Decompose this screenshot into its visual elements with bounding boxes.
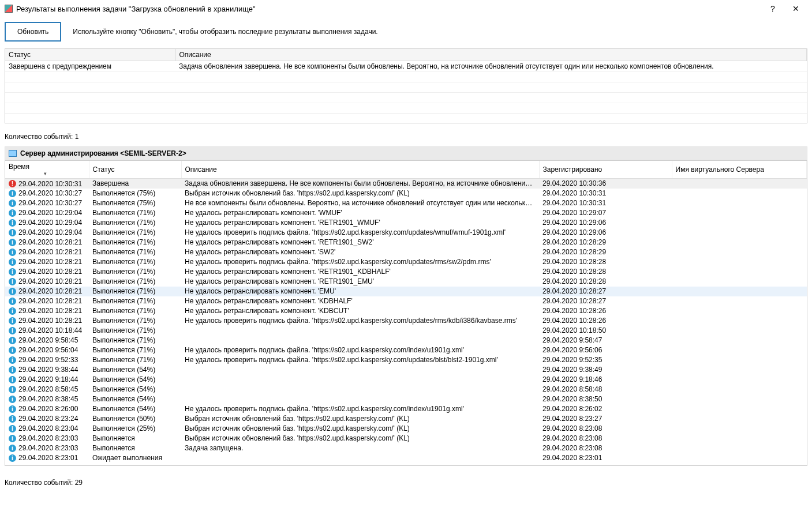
info-icon: i — [9, 386, 16, 393]
event-row[interactable]: i29.04.2020 9:56:04 Выполняется (71%) Не… — [5, 345, 807, 355]
window-title: Результаты выполнения задачи "Загрузка о… — [16, 5, 761, 13]
cell-desc: Не удалось ретранслировать компонент. 'E… — [181, 287, 539, 296]
cell-vs — [672, 434, 807, 443]
col-desc[interactable]: Описание — [181, 161, 539, 179]
cell-status: Выполняется (54%) — [89, 385, 181, 394]
cell-status: Выполняется (71%) — [89, 218, 181, 228]
event-row[interactable]: i29.04.2020 8:23:03 Выполняется Задача з… — [5, 443, 807, 453]
cell-vs — [672, 296, 807, 306]
col-status[interactable]: Статус — [5, 49, 175, 61]
cell-desc: Не удалось ретранслировать компонент. 'R… — [181, 218, 539, 228]
cell-reg: 29.04.2020 10:28:26 — [539, 306, 672, 316]
event-row[interactable]: i29.04.2020 10:29:04 Выполняется (71%) Н… — [5, 208, 807, 218]
cell-status: Завершена с предупреждением — [5, 61, 175, 72]
cell-reg: 29.04.2020 8:23:08 — [539, 443, 672, 453]
cell-reg: 29.04.2020 8:58:48 — [539, 385, 672, 394]
event-row[interactable]: i29.04.2020 8:23:03 Выполняется Выбран и… — [5, 434, 807, 443]
cell-time: i29.04.2020 10:28:21 — [5, 316, 89, 326]
server-header[interactable]: Сервер администрирования <SEMIL-SERVER-2… — [5, 146, 807, 160]
event-row[interactable]: i29.04.2020 10:30:27 Выполняется (75%) В… — [5, 189, 807, 198]
cell-status: Выполняется (54%) — [89, 404, 181, 414]
cell-desc — [181, 326, 539, 336]
event-row[interactable]: i29.04.2020 10:28:21 Выполняется (71%) Н… — [5, 247, 807, 257]
cell-vs — [672, 414, 807, 424]
event-grid[interactable]: Время▾ Статус Описание Зарегистрировано … — [5, 160, 807, 466]
cell-time: i29.04.2020 10:28:21 — [5, 257, 89, 267]
event-row[interactable]: i29.04.2020 10:28:21 Выполняется (71%) Н… — [5, 287, 807, 296]
summary-grid[interactable]: Статус Описание Завершена с предупрежден… — [5, 48, 807, 123]
event-row[interactable]: i29.04.2020 10:28:21 Выполняется (71%) Н… — [5, 306, 807, 316]
close-button[interactable]: ✕ — [784, 4, 807, 13]
refresh-button[interactable]: Обновить — [5, 22, 61, 42]
col-status[interactable]: Статус — [89, 161, 181, 179]
cell-reg: 29.04.2020 10:29:07 — [539, 208, 672, 218]
cell-vs — [672, 218, 807, 228]
cell-vs — [672, 316, 807, 326]
event-row[interactable]: i29.04.2020 9:38:44 Выполняется (54%) 29… — [5, 365, 807, 375]
summary-scrollbar[interactable] — [5, 123, 807, 131]
cell-reg: 29.04.2020 10:28:29 — [539, 238, 672, 247]
info-icon: i — [9, 239, 16, 246]
summary-row[interactable]: Завершена с предупреждениемЗадача обновл… — [5, 61, 807, 72]
event-row[interactable]: i29.04.2020 10:28:21 Выполняется (71%) Н… — [5, 277, 807, 287]
cell-desc — [181, 365, 539, 375]
event-row[interactable]: i29.04.2020 10:30:27 Выполняется (75%) Н… — [5, 198, 807, 208]
info-icon: i — [9, 396, 16, 403]
toolbar: Обновить Используйте кнопку "Обновить", … — [0, 17, 812, 46]
event-row[interactable]: i29.04.2020 10:28:21 Выполняется (71%) Н… — [5, 257, 807, 267]
event-row[interactable]: !29.04.2020 10:30:31 Завершена Задача об… — [5, 179, 807, 189]
cell-reg: 29.04.2020 10:28:28 — [539, 267, 672, 277]
info-icon: i — [9, 327, 16, 334]
info-icon: i — [9, 366, 16, 374]
col-time[interactable]: Время▾ — [5, 161, 89, 179]
cell-reg: 29.04.2020 9:18:46 — [539, 375, 672, 385]
cell-vs — [672, 189, 807, 198]
event-scrollbar[interactable] — [5, 469, 807, 477]
event-row[interactable]: i29.04.2020 10:28:21 Выполняется (71%) Н… — [5, 267, 807, 277]
event-row[interactable]: i29.04.2020 10:28:21 Выполняется (71%) Н… — [5, 296, 807, 306]
help-button[interactable]: ? — [761, 4, 784, 13]
cell-desc: Не удалось ретранслировать компонент. 'K… — [181, 306, 539, 316]
cell-reg: 29.04.2020 9:52:35 — [539, 355, 672, 365]
cell-time: !29.04.2020 10:30:31 — [5, 179, 89, 189]
cell-time: i29.04.2020 8:23:04 — [5, 424, 89, 434]
cell-desc: Не удалось ретранслировать компонент. 'R… — [181, 277, 539, 287]
event-row[interactable]: i29.04.2020 8:38:45 Выполняется (54%) 29… — [5, 394, 807, 404]
event-row[interactable]: i29.04.2020 10:28:21 Выполняется (71%) Н… — [5, 316, 807, 326]
event-row[interactable]: i29.04.2020 8:58:45 Выполняется (54%) 29… — [5, 385, 807, 394]
cell-status: Выполняется (71%) — [89, 228, 181, 238]
event-row[interactable]: i29.04.2020 10:18:44 Выполняется (71%) 2… — [5, 326, 807, 336]
cell-time: i29.04.2020 8:23:24 — [5, 414, 89, 424]
info-icon: i — [9, 298, 16, 305]
cell-reg: 29.04.2020 10:18:50 — [539, 326, 672, 336]
event-row[interactable]: i29.04.2020 8:23:24 Выполняется (50%) Вы… — [5, 414, 807, 424]
info-icon: i — [9, 425, 16, 432]
cell-vs — [672, 355, 807, 365]
event-header-row: Время▾ Статус Описание Зарегистрировано … — [5, 161, 807, 179]
info-icon: i — [9, 258, 16, 266]
cell-time: i29.04.2020 10:30:27 — [5, 198, 89, 208]
cell-desc: Не удалось проверить подпись файла. 'htt… — [181, 404, 539, 414]
col-desc[interactable]: Описание — [175, 49, 807, 61]
col-reg[interactable]: Зарегистрировано — [539, 161, 672, 179]
cell-reg: 29.04.2020 8:23:08 — [539, 434, 672, 443]
col-vs[interactable]: Имя виртуального Сервера — [672, 161, 807, 179]
event-row[interactable]: i29.04.2020 10:29:04 Выполняется (71%) Н… — [5, 228, 807, 238]
event-row[interactable]: i29.04.2020 9:58:45 Выполняется (71%) 29… — [5, 336, 807, 345]
cell-time: i29.04.2020 10:18:44 — [5, 326, 89, 336]
event-row[interactable]: i29.04.2020 8:23:04 Выполняется (25%) Вы… — [5, 424, 807, 434]
event-count: Количество событий: 29 — [0, 477, 812, 490]
info-icon: i — [9, 200, 16, 207]
event-row[interactable]: i29.04.2020 8:26:00 Выполняется (54%) Не… — [5, 404, 807, 414]
info-icon: i — [9, 307, 16, 315]
cell-status: Выполняется (75%) — [89, 198, 181, 208]
event-row[interactable]: i29.04.2020 9:52:33 Выполняется (71%) Не… — [5, 355, 807, 365]
event-row[interactable]: i29.04.2020 10:28:21 Выполняется (71%) Н… — [5, 238, 807, 247]
cell-vs — [672, 453, 807, 463]
event-row[interactable]: i29.04.2020 9:18:44 Выполняется (54%) 29… — [5, 375, 807, 385]
cell-desc: Задача обновления завершена. Не все комп… — [181, 179, 539, 189]
cell-status: Выполняется (75%) — [89, 189, 181, 198]
event-row[interactable]: i29.04.2020 8:23:01 Ожидает выполнения 2… — [5, 453, 807, 463]
event-row[interactable]: i29.04.2020 10:29:04 Выполняется (71%) Н… — [5, 218, 807, 228]
info-icon: i — [9, 405, 16, 413]
